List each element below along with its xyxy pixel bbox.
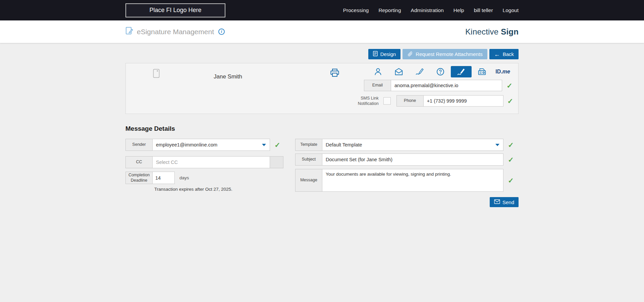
delivery-options-panel: ID.me Email ✓ SMS Link Notification Phon…	[352, 66, 513, 107]
email-row: Email ✓	[352, 80, 513, 91]
sender-selected-value: employee1@immonline.com	[156, 142, 217, 147]
page-title: eSignature Management	[137, 28, 214, 36]
open-envelope-icon[interactable]	[388, 66, 409, 77]
back-arrow-icon: ←	[494, 51, 500, 57]
send-button-label: Send	[502, 199, 514, 205]
sender-row: Sender employee1@immonline.com ✓	[125, 139, 284, 151]
template-valid-check-icon: ✓	[507, 141, 515, 148]
fax-icon[interactable]	[472, 66, 492, 77]
sender-select[interactable]: employee1@immonline.com	[152, 139, 270, 151]
phone-row: SMS Link Notification Phone ✓	[352, 95, 513, 107]
hand-signature-icon[interactable]	[451, 66, 472, 77]
send-row: Send	[295, 197, 519, 207]
completion-deadline-label: Completion Deadline	[125, 172, 152, 184]
template-label: Template	[295, 139, 322, 151]
email-input[interactable]	[391, 80, 502, 91]
question-circle-icon[interactable]	[430, 66, 451, 77]
template-row: Template Default Template ✓	[295, 139, 519, 151]
document-edit-icon	[125, 27, 133, 37]
mobile-device-icon	[152, 69, 161, 79]
deadline-unit-label: days	[179, 175, 189, 180]
subject-input[interactable]	[322, 154, 503, 166]
info-icon[interactable]: i	[218, 28, 225, 35]
nav-logout[interactable]: Logout	[503, 7, 519, 13]
idme-logo[interactable]: ID.me	[492, 66, 513, 77]
sender-valid-check-icon: ✓	[274, 141, 281, 148]
message-textarea[interactable]: Your documents are available for viewing…	[322, 169, 503, 192]
send-button[interactable]: Send	[490, 197, 519, 207]
subject-row: Subject ✓	[295, 154, 519, 166]
person-icon[interactable]	[368, 66, 388, 77]
send-envelope-icon	[494, 199, 500, 205]
message-details-form: Sender employee1@immonline.com ✓ CC Comp…	[125, 139, 519, 207]
back-button-label: Back	[503, 51, 514, 57]
delivery-method-row: ID.me	[352, 66, 513, 77]
main-content: Design Request Remote Attachments ← Back	[0, 43, 644, 207]
nav-help[interactable]: Help	[453, 7, 464, 13]
message-valid-check-icon: ✓	[507, 177, 515, 184]
template-selected-value: Default Template	[326, 142, 362, 147]
template-select[interactable]: Default Template	[322, 139, 503, 151]
message-row: Message Your documents are available for…	[295, 169, 519, 192]
nav-user-bill-teller[interactable]: bill teller	[474, 7, 493, 13]
subject-valid-check-icon: ✓	[507, 156, 515, 163]
cc-input[interactable]	[152, 156, 270, 168]
request-remote-attachments-button[interactable]: Request Remote Attachments	[402, 49, 487, 59]
subject-label: Subject	[295, 154, 322, 166]
sms-notification-checkbox[interactable]	[383, 97, 391, 105]
nav-reporting[interactable]: Reporting	[378, 7, 401, 13]
brand-name: Kinective	[465, 27, 501, 36]
esign-pen-icon[interactable]	[409, 66, 430, 77]
message-label: Message	[295, 169, 322, 192]
paperclip-icon	[407, 51, 413, 58]
app-header: eSignature Management i Kinective Sign	[0, 20, 644, 43]
idme-suffix: me	[502, 69, 510, 75]
action-button-row: Design Request Remote Attachments ← Back	[125, 49, 519, 59]
recipient-name: Jane Smith	[214, 73, 242, 80]
cc-row: CC	[125, 156, 284, 168]
design-document-icon	[373, 51, 378, 57]
phone-input[interactable]	[423, 95, 504, 107]
cc-label: CC	[125, 156, 152, 168]
back-button[interactable]: ← Back	[489, 49, 519, 59]
phone-label: Phone	[396, 95, 423, 107]
dropdown-caret-icon	[262, 144, 266, 146]
nav-processing[interactable]: Processing	[343, 7, 369, 13]
request-remote-attachments-label: Request Remote Attachments	[416, 51, 482, 57]
completion-deadline-input[interactable]	[152, 172, 175, 184]
design-button[interactable]: Design	[368, 49, 401, 59]
fi-logo-placeholder: Place FI Logo Here	[125, 3, 225, 17]
top-nav: Processing Reporting Administration Help…	[343, 7, 519, 13]
email-label: Email	[364, 80, 391, 91]
top-bar: Place FI Logo Here Processing Reporting …	[0, 0, 644, 20]
idme-prefix: ID.	[495, 69, 502, 75]
recipient-card: Jane Smith	[125, 63, 519, 114]
brand-suffix: Sign	[501, 27, 519, 36]
brand-logo: Kinective Sign	[465, 27, 519, 37]
phone-valid-check-icon: ✓	[507, 98, 513, 105]
completion-deadline-row: Completion Deadline days	[125, 172, 284, 184]
printer-icon[interactable]	[330, 68, 340, 79]
nav-administration[interactable]: Administration	[411, 7, 444, 13]
message-details-title: Message Details	[125, 125, 519, 132]
email-valid-check-icon: ✓	[506, 82, 513, 89]
sms-link-notification-label: SMS Link Notification	[352, 96, 379, 107]
dropdown-caret-icon	[495, 144, 499, 146]
transaction-expiry-note: Transaction expires after Oct 27, 2025.	[154, 187, 284, 192]
cc-addon-box	[270, 156, 283, 168]
design-button-label: Design	[380, 51, 396, 57]
sender-label: Sender	[125, 139, 152, 151]
